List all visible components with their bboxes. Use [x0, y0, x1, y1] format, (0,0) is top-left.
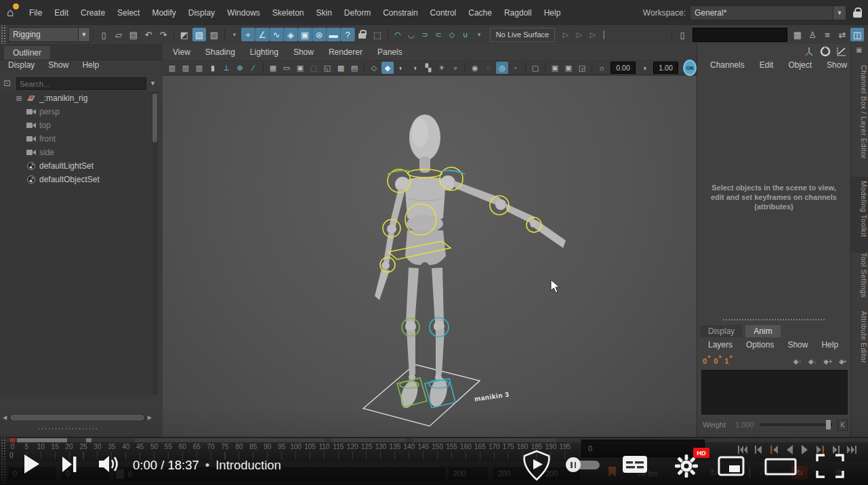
- node-network-icon[interactable]: ⊛: [312, 28, 327, 41]
- isolate-select-icon[interactable]: ▢: [529, 62, 541, 74]
- select-hierarchy-icon[interactable]: ◩: [178, 28, 191, 41]
- move-layer-down-icon[interactable]: ◆↓: [808, 358, 817, 365]
- channel-box-menu-item[interactable]: Show: [819, 60, 854, 70]
- menubar-item[interactable]: Help: [538, 8, 567, 18]
- shadows-icon[interactable]: ●: [449, 62, 461, 74]
- color-management-toggle[interactable]: ON: [683, 60, 697, 76]
- field-chart-icon[interactable]: ◱: [321, 62, 333, 74]
- anim-layer-menu-item[interactable]: Options: [739, 340, 781, 350]
- snap-point-icon[interactable]: ⊃: [419, 28, 431, 41]
- zero-weight-layer-icon[interactable]: 0: [714, 357, 718, 365]
- viewport-menu-item[interactable]: Shading: [198, 47, 243, 57]
- tab-modeling-toolkit[interactable]: Modeling Toolkit: [851, 177, 868, 253]
- viewport-menu-item[interactable]: Lighting: [243, 47, 286, 57]
- menubar-item[interactable]: Ragdoll: [498, 8, 538, 18]
- camera-attributes-icon[interactable]: ▥: [193, 62, 205, 74]
- snap-grid-icon[interactable]: ◠: [392, 28, 404, 41]
- grease-pencil-icon[interactable]: ∕: [247, 62, 260, 74]
- outliner-tab[interactable]: Outliner: [4, 46, 50, 60]
- lock-selection-icon[interactable]: [358, 30, 367, 40]
- display-layer-icon[interactable]: ≡: [821, 28, 834, 41]
- new-scene-icon[interactable]: ▯: [97, 28, 110, 41]
- snap-dropdown-arrow[interactable]: ▾: [473, 28, 485, 41]
- construction-history-icon[interactable]: ▷: [587, 28, 599, 41]
- menubar-item[interactable]: File: [23, 8, 48, 18]
- textured-icon[interactable]: ◑: [409, 62, 421, 74]
- camera-icon[interactable]: ▥: [166, 62, 178, 74]
- snap-curve-icon[interactable]: ◡: [405, 28, 417, 41]
- flat-shade-icon[interactable]: ◐: [395, 62, 407, 74]
- tree-row-defaultobjectset[interactable]: defaultObjectSet: [0, 173, 152, 186]
- menubar-item[interactable]: Windows: [221, 8, 266, 18]
- player-fullscreen-button[interactable]: [816, 454, 844, 478]
- gate-mask-icon[interactable]: ▢: [308, 62, 320, 74]
- gamma-icon[interactable]: ◑: [638, 62, 650, 74]
- viewport-menu-item[interactable]: View: [165, 47, 198, 57]
- filter-icon[interactable]: ⊡: [3, 78, 11, 88]
- outliner-menu-item[interactable]: Display: [1, 60, 41, 74]
- menubar-item[interactable]: Deform: [338, 8, 377, 18]
- viewport-menu-item[interactable]: Renderer: [321, 47, 370, 57]
- player-next-button[interactable]: [62, 457, 77, 472]
- channel-box-menu-item[interactable]: Channels: [703, 60, 752, 70]
- curve-tool-icon[interactable]: ∿: [270, 28, 284, 41]
- graph-editor-icon[interactable]: [836, 46, 847, 57]
- menubar-item[interactable]: Skeleton: [266, 8, 310, 18]
- save-scene-icon[interactable]: ▤: [127, 28, 140, 41]
- add-empty-layer-icon[interactable]: ◆+: [823, 358, 832, 365]
- viewport-menu-item[interactable]: Panels: [370, 47, 410, 57]
- menubar-item[interactable]: Control: [424, 8, 463, 18]
- output-arrow-icon[interactable]: ▷: [573, 28, 585, 41]
- exposure-field[interactable]: 0.00: [611, 62, 636, 74]
- tree-row-defaultlightset[interactable]: defaultLightSet: [0, 159, 152, 173]
- wireframe-icon[interactable]: ◇: [368, 62, 380, 74]
- menubar-item[interactable]: Constrain: [377, 8, 423, 18]
- channel-box-menu-item[interactable]: Object: [781, 60, 819, 70]
- bookmark-icon[interactable]: ▮: [207, 62, 219, 74]
- grid-icon[interactable]: ▦: [267, 62, 279, 74]
- smooth-shade-icon[interactable]: ◆: [381, 62, 394, 74]
- exposure-icon[interactable]: ☼: [596, 62, 608, 74]
- tab-anim[interactable]: Anim: [745, 325, 780, 337]
- select-component-icon[interactable]: ▨: [207, 28, 221, 41]
- snap-view-plane-icon[interactable]: ◇: [446, 28, 458, 41]
- menubar-item[interactable]: Edit: [48, 8, 75, 18]
- image-plane-icon[interactable]: ▣: [549, 62, 561, 74]
- open-scene-icon[interactable]: ▱: [112, 28, 125, 41]
- toolbar-grip[interactable]: [0, 25, 6, 44]
- render-arrow-icon[interactable]: ▏: [600, 28, 613, 41]
- anim-layer-icon[interactable]: ⇄: [835, 28, 849, 41]
- tab-attribute-editor[interactable]: Attribute Editor: [851, 307, 868, 383]
- use-default-material-icon[interactable]: ▚: [422, 62, 434, 74]
- fog-icon[interactable]: ▪: [510, 62, 522, 74]
- viewport-canvas[interactable]: manikin 3: [163, 76, 697, 437]
- search-input[interactable]: [16, 77, 146, 90]
- scrollbar-thumb[interactable]: [152, 93, 157, 142]
- gamma-field[interactable]: 1.00: [653, 62, 678, 74]
- menubar-item[interactable]: Modify: [146, 8, 182, 18]
- channel-box-toggle-icon[interactable]: ◫: [850, 28, 864, 41]
- anim-layer-menu-item[interactable]: Layers: [701, 340, 739, 350]
- tree-row-persp[interactable]: persp: [0, 105, 152, 119]
- modeling-toolkit-icon[interactable]: ▦: [791, 28, 804, 41]
- ik-handle-tool-icon[interactable]: ∠: [255, 28, 270, 41]
- viewport-menu-item[interactable]: Show: [286, 47, 321, 57]
- axis-tripod-icon[interactable]: [804, 46, 814, 57]
- outliner-menu-item[interactable]: Help: [75, 60, 106, 74]
- one-weight-layer-icon[interactable]: 1: [724, 357, 728, 365]
- menubar-item[interactable]: Display: [182, 8, 221, 18]
- player-play-button[interactable]: [24, 454, 40, 474]
- anim-layer-menu-item[interactable]: Show: [781, 340, 814, 350]
- select-camera-icon[interactable]: ⊕: [234, 62, 246, 74]
- panel-divider-grip[interactable]: [723, 319, 825, 320]
- live-surface-field[interactable]: No Live Surface: [490, 28, 555, 42]
- tree-row-top[interactable]: top: [0, 119, 152, 132]
- add-layer-from-selected-icon[interactable]: ◆•: [839, 358, 846, 365]
- snapshot-icon[interactable]: ◲: [576, 62, 588, 74]
- menubar-item[interactable]: Skin: [310, 8, 338, 18]
- tab-channel-box-layer-editor[interactable]: Channel Box / Layer Editor: [851, 61, 868, 181]
- tree-row-manikin-rig[interactable]: ⊞ _:manikin_rig: [0, 91, 152, 105]
- quick-selection-icon[interactable]: ▯: [676, 28, 689, 41]
- help-tool-icon[interactable]: ?: [341, 28, 355, 41]
- axis-icon[interactable]: ⊥: [220, 62, 232, 74]
